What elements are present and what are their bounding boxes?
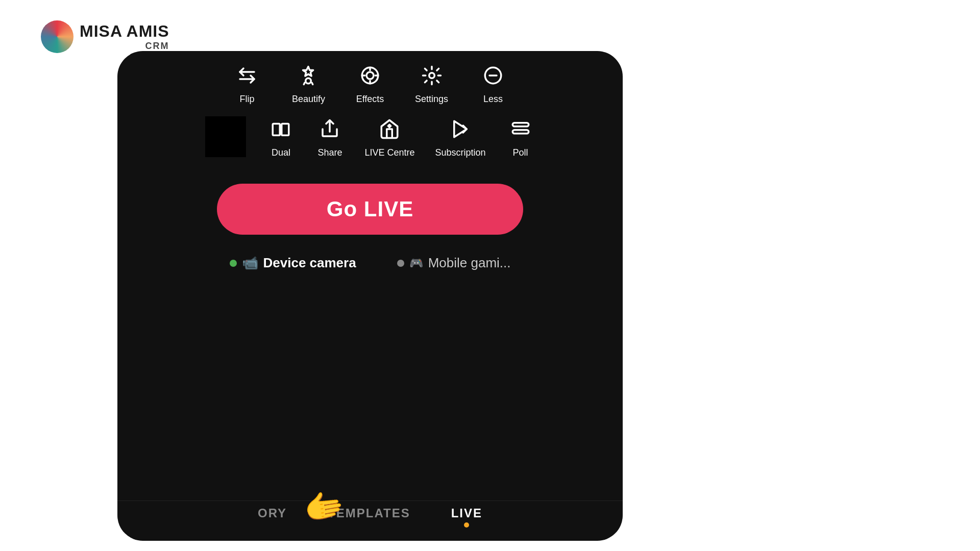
share-label: Share: [317, 147, 342, 158]
nav-ory[interactable]: ORY: [258, 506, 287, 525]
inactive-dot: [397, 260, 404, 267]
flip-label: Flip: [239, 94, 254, 105]
svg-rect-5: [273, 124, 280, 136]
dual-label: Dual: [272, 147, 290, 158]
camera-options: 📹 Device camera 🎮 Mobile gami...: [117, 245, 623, 281]
dual-icon: [266, 115, 295, 143]
live-centre-icon: [375, 115, 404, 143]
svg-point-2: [366, 72, 374, 79]
effects-icon: [356, 61, 384, 90]
subscription-icon: [446, 115, 475, 143]
device-camera-label: Device camera: [263, 255, 356, 271]
effects-button[interactable]: Effects: [356, 61, 384, 105]
svg-rect-6: [282, 124, 289, 136]
share-button[interactable]: Share: [315, 115, 344, 158]
camera-preview-thumbnail: [205, 116, 246, 157]
mobile-gaming-label: Mobile gami...: [428, 255, 511, 271]
svg-point-0: [306, 78, 311, 84]
mobile-gaming-option[interactable]: 🎮 Mobile gami...: [397, 255, 511, 271]
bottom-nav: ORY TEMPLATES LIVE: [117, 500, 623, 541]
toolbar-row-1: Flip Beautify Effects Settings: [117, 51, 623, 110]
phone-frame: Flip Beautify Effects Settings: [117, 51, 623, 541]
hand-cursor-icon: 🫱: [301, 484, 348, 529]
settings-icon: [418, 61, 446, 90]
svg-rect-8: [512, 130, 529, 134]
share-icon: [315, 115, 344, 143]
nav-live[interactable]: LIVE: [451, 506, 482, 525]
svg-rect-7: [512, 123, 529, 127]
live-centre-label: LIVE Centre: [364, 147, 414, 158]
less-icon: [479, 61, 507, 90]
device-camera-option[interactable]: 📹 Device camera: [230, 255, 356, 271]
go-live-button[interactable]: Go LIVE: [217, 184, 523, 235]
settings-button[interactable]: Settings: [415, 61, 448, 105]
camera-emoji: 📹: [242, 255, 258, 271]
effects-label: Effects: [356, 94, 384, 105]
toolbar-row-2: Dual Share LIVE Centre Subscription: [117, 110, 623, 168]
mobile-gaming-icon: 🎮: [409, 257, 423, 270]
beautify-label: Beautify: [292, 94, 325, 105]
active-dot: [230, 260, 237, 267]
less-label: Less: [483, 94, 503, 105]
poll-button[interactable]: Poll: [506, 115, 535, 158]
svg-point-3: [429, 73, 434, 79]
logo-icon: [41, 20, 74, 53]
flip-icon: [233, 61, 261, 90]
flip-button[interactable]: Flip: [233, 61, 261, 105]
subscription-button[interactable]: Subscription: [435, 115, 486, 158]
subscription-label: Subscription: [435, 147, 486, 158]
settings-label: Settings: [415, 94, 448, 105]
logo-sub: CRM: [80, 41, 169, 52]
logo-area: MISA AMIS CRM: [41, 20, 169, 53]
go-live-section: Go LIVE: [117, 168, 623, 245]
logo-name: MISA AMIS: [80, 22, 169, 41]
beautify-icon: [294, 61, 323, 90]
less-button[interactable]: Less: [479, 61, 507, 105]
live-centre-button[interactable]: LIVE Centre: [364, 115, 414, 158]
poll-label: Poll: [513, 147, 528, 158]
logo-text-group: MISA AMIS CRM: [80, 22, 169, 52]
dual-button[interactable]: Dual: [266, 115, 295, 158]
poll-icon: [506, 115, 535, 143]
beautify-button[interactable]: Beautify: [292, 61, 325, 105]
